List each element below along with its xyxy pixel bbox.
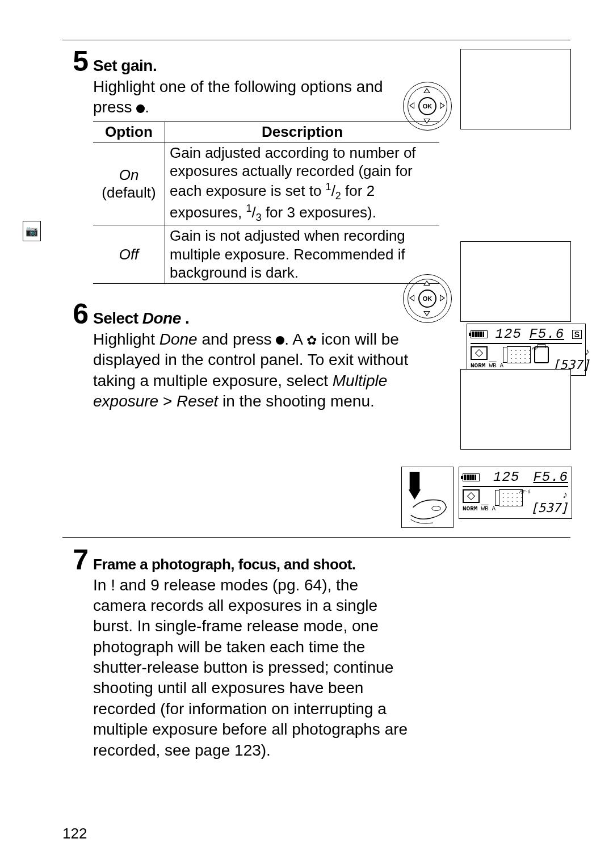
step-5-intro-b: . — [145, 98, 149, 116]
shutter-press-illustration — [401, 467, 454, 528]
multi-selector-icon: OK — [403, 274, 453, 324]
af-grid-icon: AF — [507, 346, 531, 363]
lcd2-wb-a: A — [492, 505, 496, 512]
step-6-title-c: . — [181, 309, 190, 327]
lcd2-af-label: AF-I/ — [519, 489, 531, 494]
section-rule — [62, 537, 570, 538]
step-6-title-done: Done — [142, 309, 181, 327]
s6-i: in the shooting menu. — [218, 392, 375, 410]
lcd2-wb: WB — [481, 505, 488, 512]
frac-half-d: 2 — [335, 190, 341, 202]
lcd2-shutter: 125 — [493, 469, 519, 485]
lcd-shutter: 125 — [496, 326, 522, 342]
s7-mode2: 9 — [150, 576, 159, 594]
lcd-aperture: F5.6 — [529, 326, 564, 342]
page-number: 122 — [62, 825, 87, 842]
s6-d: . A — [284, 330, 306, 348]
svg-marker-1 — [409, 489, 421, 500]
lcd-mode-box: S — [572, 330, 582, 339]
lcd2-norm: NORM — [463, 505, 477, 512]
step-5-intro: Highlight one of the following options a… — [93, 77, 417, 118]
battery-icon — [463, 473, 480, 481]
svg-marker-0 — [410, 472, 420, 490]
control-panel-display: 125 F5.6 S NORM WB A AF — [467, 324, 586, 376]
s7-a: In — [93, 576, 111, 594]
step-6-number: 6 — [62, 300, 89, 328]
desc-on-c: for 3 exposures). — [262, 204, 376, 221]
option-on: On — [119, 166, 139, 183]
ok-button-label: OK — [418, 290, 436, 308]
rule-top — [62, 40, 570, 40]
ok-dot-icon — [276, 336, 284, 345]
lcd-placeholder-2 — [460, 241, 571, 322]
frac-third-d: 3 — [256, 212, 262, 223]
focus-area-icon — [471, 346, 488, 360]
camera-icon: 📷 — [26, 225, 38, 237]
s6-reset: Reset — [177, 392, 218, 410]
s6-done: Done — [159, 330, 198, 348]
s7-b: and — [120, 576, 151, 594]
multiple-exposure-icon: ✿ — [306, 334, 317, 347]
control-panel-display-2: 125 F5.6 NORM WB A AF-I/ ♪ [537] — [459, 467, 572, 519]
option-off: Off — [119, 246, 139, 263]
step-7-body-short: In ! and 9 release modes (pg. 64), the c… — [93, 575, 411, 761]
s7-c: release modes (pg. 64), the camera recor… — [93, 576, 408, 759]
ok-button-label: OK — [418, 97, 436, 115]
desc-on-a: Gain adjusted according to number of exp… — [170, 144, 416, 199]
lcd-wb-a: A — [500, 362, 504, 369]
step-7-number: 7 — [62, 546, 89, 574]
step-6-title-a: Select — [93, 309, 142, 327]
s6-c: and press — [198, 330, 276, 348]
multi-selector-icon: OK — [403, 82, 453, 132]
step-5-title: Set gain. — [93, 57, 157, 75]
step-6-body: Highlight Done and press . A ✿ icon will… — [93, 329, 417, 412]
af-grid-icon: AF-I/ — [499, 489, 523, 506]
lcd-wb: WB — [489, 362, 496, 369]
frac-half-n: 1 — [326, 181, 331, 192]
table-head-description: Description — [165, 121, 440, 142]
s6-a: Highlight — [93, 330, 159, 348]
table-row: On (default) Gain adjusted according to … — [93, 142, 439, 225]
step-5-number: 5 — [62, 47, 89, 76]
lcd2-remaining: [537] — [531, 501, 568, 515]
lcd-placeholder-3 — [460, 369, 571, 450]
battery-icon — [471, 330, 488, 338]
option-on-default: (default) — [98, 184, 160, 202]
step-7-heading: 7 Frame a photograph, focus, and shoot. — [62, 546, 570, 574]
gain-options-table: Option Description On (default) Gain adj… — [93, 121, 439, 284]
frac-third-n: 1 — [246, 203, 251, 214]
table-head-option: Option — [93, 121, 165, 142]
lcd-norm: NORM — [471, 362, 485, 369]
ok-dot-icon — [136, 104, 145, 113]
beep-icon: ♪ — [531, 489, 568, 501]
s6-g: > — [158, 392, 177, 410]
focus-area-icon — [463, 489, 480, 503]
step-7-title: Frame a photograph, focus, and shoot. — [93, 556, 356, 573]
card-icon — [534, 346, 549, 363]
table-row: Off Gain is not adjusted when recording … — [93, 225, 439, 284]
s7-mode1: ! — [111, 576, 115, 594]
lcd2-aperture: F5.6 — [533, 469, 568, 485]
desc-off: Gain is not adjusted when recording mult… — [165, 225, 440, 284]
beep-icon: ♪ — [552, 346, 590, 358]
lcd-placeholder-1 — [460, 49, 571, 129]
shooting-menu-tab-icon: 📷 — [23, 221, 41, 241]
svg-point-2 — [432, 506, 441, 511]
